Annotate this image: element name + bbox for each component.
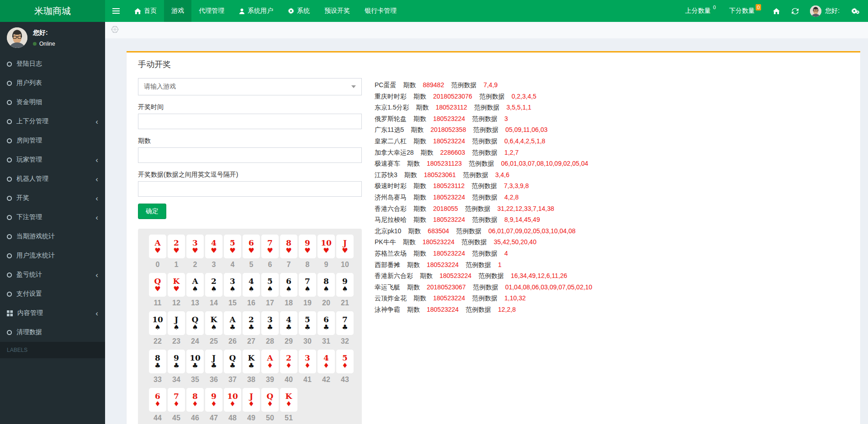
- card-index: 3: [205, 261, 222, 269]
- sidebar-item-1[interactable]: 登陆日志: [0, 54, 105, 73]
- playing-card-23[interactable]: J♠: [168, 311, 185, 335]
- playing-card-36[interactable]: J♣: [205, 350, 222, 373]
- nav-item-7[interactable]: 银行卡管理: [357, 0, 404, 22]
- playing-card-3[interactable]: 4♥: [205, 235, 222, 258]
- issue-input[interactable]: [138, 147, 362, 163]
- issue-label: 期数: [413, 115, 426, 122]
- nav-item-2[interactable]: 游戏: [164, 0, 191, 22]
- playing-card-18[interactable]: 6♠: [280, 273, 297, 297]
- sidebar-item-5[interactable]: 房间管理: [0, 131, 105, 150]
- playing-card-4[interactable]: 5♥: [224, 235, 241, 258]
- nav-item-5[interactable]: 系统: [281, 0, 317, 22]
- playing-card-33[interactable]: 8♣: [149, 350, 166, 373]
- hexagon-icon[interactable]: [111, 26, 119, 34]
- playing-card-19[interactable]: 7♠: [299, 273, 316, 297]
- playing-card-45[interactable]: 7♦: [168, 388, 185, 412]
- manual-draw-card: 手动开奖 请输入游戏 开奖时间 期数 开奖数据(数据之间用英文逗号隔开): [127, 51, 860, 424]
- playing-card-42[interactable]: 4♦: [318, 350, 335, 373]
- playing-card-37[interactable]: Q♣: [224, 350, 241, 373]
- playing-card-41[interactable]: 3♦: [299, 350, 316, 373]
- playing-card-29[interactable]: 4♣: [280, 311, 297, 335]
- user-status[interactable]: Online: [33, 41, 55, 47]
- sidebar-item-10[interactable]: 当期游戏统计: [0, 227, 105, 246]
- playing-card-20[interactable]: 8♠: [318, 273, 335, 297]
- playing-card-0[interactable]: A♥: [149, 235, 166, 258]
- sidebar-item-12[interactable]: 盈亏统计‹: [0, 265, 105, 284]
- playing-card-50[interactable]: Q♦: [261, 388, 279, 412]
- playing-card-22[interactable]: 10♠: [149, 311, 166, 335]
- playing-card-14[interactable]: 2♠: [205, 273, 222, 297]
- nav-item-3[interactable]: 代理管理: [191, 0, 232, 22]
- sidebar-item-6[interactable]: 玩家管理‹: [0, 150, 105, 169]
- playing-card-2[interactable]: 3♥: [186, 235, 204, 258]
- confirm-button[interactable]: 确定: [138, 204, 166, 219]
- playing-card-35[interactable]: 10♣: [186, 350, 204, 373]
- cogs-icon[interactable]: [845, 0, 868, 22]
- playing-card-15[interactable]: 3♠: [224, 273, 241, 297]
- sidebar-toggle-icon[interactable]: [105, 0, 127, 22]
- home-icon[interactable]: [767, 0, 786, 22]
- playing-card-9[interactable]: 10♥: [318, 235, 335, 258]
- playing-card-12[interactable]: K♥: [168, 273, 185, 297]
- sidebar-item-14[interactable]: 内容管理‹: [0, 304, 105, 323]
- nav-item-4[interactable]: 系统用户: [232, 0, 281, 22]
- playing-card-6[interactable]: 7♥: [261, 235, 279, 258]
- playing-card-13[interactable]: A♠: [186, 273, 204, 297]
- diamonds-icon: ♦: [342, 362, 348, 369]
- issue-label: 期数: [420, 272, 433, 279]
- playing-card-24[interactable]: Q♠: [186, 311, 204, 335]
- playing-card-17[interactable]: 5♠: [261, 273, 279, 297]
- playing-card-11[interactable]: Q♥: [149, 273, 166, 297]
- playing-card-40[interactable]: 2♦: [280, 350, 297, 373]
- playing-card-48[interactable]: 10♦: [224, 388, 241, 412]
- playing-card-38[interactable]: K♣: [243, 350, 260, 373]
- draw-data-input[interactable]: [138, 181, 362, 197]
- sidebar-item-8[interactable]: 开奖‹: [0, 188, 105, 208]
- playing-card-31[interactable]: 6♣: [318, 311, 335, 335]
- sidebar-item-9[interactable]: 下注管理‹: [0, 208, 105, 227]
- playing-card-44[interactable]: 6♦: [149, 388, 166, 412]
- score-down-item[interactable]: 下分数量 0: [723, 0, 767, 22]
- playing-card-25[interactable]: K♠: [205, 311, 222, 335]
- playing-card-32[interactable]: 7♣: [336, 311, 354, 335]
- playing-card-27[interactable]: 2♣: [243, 311, 260, 335]
- score-up-item[interactable]: 上分数量 0: [679, 0, 723, 22]
- playing-card-28[interactable]: 3♣: [261, 311, 279, 335]
- sidebar-item-11[interactable]: 用户流水统计: [0, 246, 105, 265]
- playing-card-39[interactable]: A♦: [261, 350, 279, 373]
- refresh-icon[interactable]: [786, 0, 804, 22]
- playing-card-47[interactable]: 9♦: [205, 388, 222, 412]
- playing-card-30[interactable]: 5♣: [299, 311, 316, 335]
- user-menu[interactable]: 您好:: [804, 0, 845, 22]
- draw-time-input[interactable]: [138, 114, 362, 129]
- game-select[interactable]: 请输入游戏: [138, 78, 362, 95]
- sample-label: 范例数据: [472, 250, 498, 257]
- sidebar-item-4[interactable]: 上下分管理‹: [0, 112, 105, 131]
- sidebar-item-13[interactable]: 支付设置: [0, 284, 105, 304]
- sidebar-item-label: 机器人管理: [16, 175, 48, 183]
- playing-card-46[interactable]: 8♦: [186, 388, 204, 412]
- playing-card-26[interactable]: A♣: [224, 311, 241, 335]
- hearts-icon: ♥: [286, 247, 291, 254]
- playing-card-8[interactable]: 9♥: [299, 235, 316, 258]
- sidebar-item-7[interactable]: 机器人管理‹: [0, 169, 105, 188]
- issue-value: 180523224: [427, 306, 459, 313]
- sidebar-item-3[interactable]: 资金明细: [0, 93, 105, 112]
- playing-card-21[interactable]: 9♠: [336, 273, 354, 297]
- playing-card-51[interactable]: K♦: [280, 388, 297, 412]
- sidebar-item-2[interactable]: 用户列表: [0, 73, 105, 93]
- playing-card-49[interactable]: J♦: [243, 388, 260, 412]
- playing-card-1[interactable]: 2♥: [168, 235, 185, 258]
- card-index: 5: [243, 261, 260, 269]
- sidebar-item-15[interactable]: 清理数据: [0, 323, 105, 342]
- playing-card-7[interactable]: 8♥: [280, 235, 297, 258]
- brand-logo[interactable]: 米珈商城: [0, 0, 105, 22]
- playing-card-10[interactable]: J♥: [336, 235, 354, 258]
- nav-item-1[interactable]: 首页: [127, 0, 164, 22]
- playing-card-43[interactable]: 5♦: [336, 350, 354, 373]
- playing-card-34[interactable]: 9♣: [168, 350, 185, 373]
- playing-card-16[interactable]: 4♠: [243, 273, 260, 297]
- sample-label: 范例数据: [473, 126, 498, 133]
- playing-card-5[interactable]: 6♥: [243, 235, 260, 258]
- nav-item-6[interactable]: 预设开奖: [317, 0, 357, 22]
